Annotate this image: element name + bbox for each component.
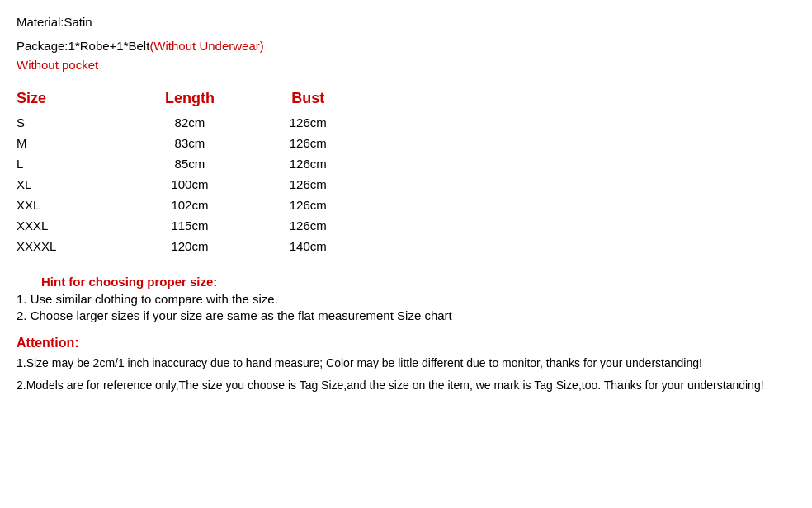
table-row: XL100cm126cm — [17, 174, 363, 195]
size-table-container: Size Length Bust S82cm126cmM83cm126cmL85… — [17, 87, 363, 256]
table-row: XXL102cm126cm — [17, 195, 363, 215]
hint-item-2: 2. Choose larger sizes if your size are … — [17, 308, 795, 322]
table-row: L85cm126cm — [17, 153, 363, 174]
table-cell: XXXXL — [17, 236, 126, 256]
table-cell: XL — [17, 174, 126, 195]
table-cell: 140cm — [259, 236, 363, 256]
header-bust: Bust — [259, 87, 363, 112]
table-cell: 126cm — [259, 133, 363, 153]
table-cell: 126cm — [259, 112, 363, 133]
table-cell: 82cm — [126, 112, 259, 133]
table-cell: M — [17, 133, 126, 153]
table-cell: 126cm — [259, 153, 363, 174]
size-table: Size Length Bust S82cm126cmM83cm126cmL85… — [17, 87, 363, 256]
package-highlight: (Without Underwear) — [149, 39, 263, 53]
table-row: XXXL115cm126cm — [17, 215, 363, 236]
attention-section: Attention: 1.Size may be 2cm/1 inch inac… — [17, 336, 795, 394]
table-cell: XXXL — [17, 215, 126, 236]
hint-title: Hint for choosing proper size: — [41, 275, 795, 289]
table-cell: 126cm — [259, 215, 363, 236]
table-cell: S — [17, 112, 126, 133]
table-cell: 120cm — [126, 236, 259, 256]
header-length: Length — [126, 87, 259, 112]
attention-title: Attention: — [17, 336, 795, 350]
table-cell: 102cm — [126, 195, 259, 215]
without-pocket: Without pocket — [17, 58, 795, 72]
attention-item-2: 2.Models are for reference only,The size… — [17, 377, 795, 394]
table-cell: 85cm — [126, 153, 259, 174]
material-text: Material:Satin — [17, 15, 92, 29]
table-cell: 115cm — [126, 215, 259, 236]
table-row: S82cm126cm — [17, 112, 363, 133]
table-cell: 126cm — [259, 174, 363, 195]
material-line: Material:Satin — [17, 15, 795, 29]
hint-item-1: 1. Use similar clothing to compare with … — [17, 292, 795, 306]
package-prefix: Package:1*Robe+1*Belt — [17, 39, 149, 53]
header-size: Size — [17, 87, 126, 112]
table-cell: XXL — [17, 195, 126, 215]
table-cell: 126cm — [259, 195, 363, 215]
table-cell: 83cm — [126, 133, 259, 153]
table-header-row: Size Length Bust — [17, 87, 363, 112]
table-cell: L — [17, 153, 126, 174]
table-row: XXXXL120cm140cm — [17, 236, 363, 256]
package-line: Package:1*Robe+1*Belt(Without Underwear) — [17, 39, 795, 53]
attention-item-1: 1.Size may be 2cm/1 inch inaccuracy due … — [17, 355, 795, 372]
table-row: M83cm126cm — [17, 133, 363, 153]
hint-section: Hint for choosing proper size: 1. Use si… — [17, 275, 795, 322]
table-cell: 100cm — [126, 174, 259, 195]
